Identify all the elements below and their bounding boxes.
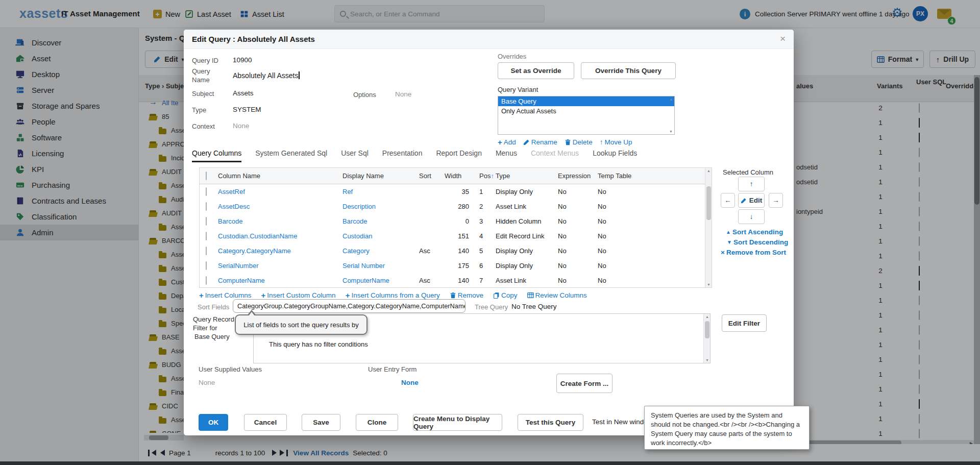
cell-display-name[interactable]: Category	[342, 247, 419, 255]
scroll-down-icon[interactable]: ▼	[668, 130, 674, 133]
row-checkbox[interactable]	[206, 261, 207, 270]
remove-from-sort-link[interactable]: ×Remove from Sort	[721, 249, 786, 256]
tab[interactable]: Query Columns	[192, 149, 241, 162]
cell-column-name[interactable]: Custodian.CustodianName	[218, 232, 342, 240]
cell-display-name[interactable]: Barcode	[342, 217, 419, 225]
rename-variant-link[interactable]: Rename	[523, 138, 557, 146]
column-row[interactable]: AssetRef Ref 35 1 Display Only No No	[200, 184, 712, 199]
row-checkbox[interactable]	[206, 187, 207, 196]
options-label: Options	[353, 91, 376, 99]
user-entry-form-value[interactable]: None	[401, 379, 419, 386]
cell-column-name[interactable]: Category.CategoryName	[218, 247, 342, 255]
tab[interactable]: System Generated Sql	[255, 149, 327, 162]
sort-fields-input[interactable]: CategoryGroup.CategoryGroupName,Category…	[233, 299, 465, 313]
review-columns-link[interactable]: Review Columns	[527, 291, 587, 299]
filter-scrollbar[interactable]: ▲ ▼	[703, 314, 710, 363]
move-up-variant-link[interactable]: ↑Move Up	[600, 138, 632, 146]
clone-button[interactable]: Clone	[356, 414, 398, 431]
variant-option[interactable]: Only Actual Assets	[498, 106, 674, 116]
pos-header[interactable]: Pos↑	[472, 172, 496, 180]
row-checkbox[interactable]	[206, 202, 207, 211]
insert-columns-link[interactable]: +Insert Columns	[199, 291, 252, 300]
create-menu-button[interactable]: Create Menu to Display Query	[413, 414, 502, 431]
cell-sort: Asc	[419, 247, 445, 255]
cell-display-name[interactable]: Serial Number	[342, 262, 419, 270]
column-row[interactable]: ComputerName ComputerName Asc 140 7 Asse…	[200, 273, 712, 288]
cancel-button[interactable]: Cancel	[244, 414, 287, 431]
cell-column-name[interactable]: AssetDesc	[218, 203, 342, 210]
cell-display-name[interactable]: Custodian	[342, 232, 419, 240]
row-checkbox[interactable]	[206, 247, 207, 255]
temp-table-header[interactable]: Temp Table	[598, 172, 712, 180]
user-supplied-values-label: User Supplied Values	[199, 365, 262, 373]
sort-ascending-link[interactable]: ▲Sort Ascending	[726, 228, 783, 236]
dialog-tabs: Query ColumnsSystem Generated SqlUser Sq…	[192, 149, 637, 162]
row-checkbox[interactable]	[206, 232, 207, 240]
override-this-query-button[interactable]: Override This Query	[581, 62, 676, 79]
select-all-checkbox[interactable]	[206, 172, 207, 180]
remove-column-link[interactable]: Remove	[450, 291, 483, 299]
column-row[interactable]: Custodian.CustodianName Custodian 151 4 …	[200, 229, 712, 243]
cell-display-name[interactable]: Description	[342, 203, 419, 210]
close-icon[interactable]: ×	[780, 33, 786, 44]
tab[interactable]: Lookup Fields	[593, 149, 637, 162]
column-name-header[interactable]: Column Name	[218, 172, 342, 180]
column-row[interactable]: Category.CategoryName Category Asc 140 5…	[200, 243, 712, 258]
scroll-up-icon[interactable]: ▲	[668, 97, 674, 101]
edit-column-button[interactable]: Edit	[738, 193, 765, 208]
insert-custom-column-link[interactable]: +Insert Custom Column	[261, 291, 336, 300]
save-button[interactable]: Save	[302, 414, 340, 431]
cell-column-name[interactable]: Barcode	[218, 217, 342, 225]
set-as-override-button[interactable]: Set as Override	[498, 62, 574, 79]
move-column-left-button[interactable]: ←	[721, 193, 735, 208]
sort-fields-tooltip: List of fields to sort the query results…	[235, 314, 368, 335]
ok-button[interactable]: OK	[199, 414, 228, 431]
query-variant-listbox[interactable]: Base QueryOnly Actual Assets ▲ ▼	[498, 96, 675, 135]
cell-pos: 3	[472, 217, 496, 225]
cell-column-name[interactable]: ComputerName	[218, 277, 342, 284]
cell-display-name[interactable]: ComputerName	[342, 277, 419, 284]
sort-header[interactable]: Sort	[419, 172, 445, 180]
add-variant-link[interactable]: +Add	[498, 138, 516, 146]
tree-query-value: No Tree Query	[511, 303, 557, 310]
table-scrollbar[interactable]: ▲ ▼	[705, 168, 712, 287]
filter-label-line2: Filter for	[193, 324, 217, 332]
move-column-right-button[interactable]: →	[769, 193, 783, 208]
cell-display-name[interactable]: Ref	[342, 188, 419, 195]
column-row[interactable]: SerialNumber Serial Number 175 6 Display…	[200, 258, 712, 273]
width-header[interactable]: Width	[445, 172, 472, 180]
cell-type: Display Only	[496, 262, 558, 270]
test-new-window-button[interactable]: Test in New windo	[592, 418, 648, 426]
tab[interactable]: Report Design	[436, 149, 482, 162]
sort-descending-link[interactable]: ▼Sort Descending	[727, 238, 788, 246]
create-form-button[interactable]: Create Form ...	[556, 374, 612, 393]
copy-icon	[493, 292, 500, 299]
cell-width: 0	[445, 217, 472, 225]
copy-column-link[interactable]: Copy	[493, 291, 518, 299]
insert-columns-from-query-link[interactable]: +Insert Columns from a Query	[346, 291, 440, 300]
subject-label: Subject	[192, 90, 214, 97]
tab[interactable]: User Sql	[341, 149, 369, 162]
triangle-up-icon: ▲	[726, 229, 731, 235]
tab[interactable]: Menus	[496, 149, 517, 162]
cell-expression: No	[558, 188, 598, 195]
row-checkbox[interactable]	[206, 276, 207, 285]
column-row[interactable]: AssetDesc Description 280 2 Asset Link N…	[200, 199, 712, 214]
type-header[interactable]: Type	[496, 172, 558, 180]
row-checkbox[interactable]	[206, 217, 207, 226]
query-name-field[interactable]: Absolutely All Assets	[233, 71, 300, 80]
edit-filter-button[interactable]: Edit Filter	[722, 314, 767, 332]
display-name-header[interactable]: Display Name	[342, 172, 419, 180]
move-column-down-button[interactable]: ↓	[738, 209, 765, 224]
test-query-button[interactable]: Test this Query	[518, 414, 583, 431]
variant-option[interactable]: Base Query	[498, 96, 674, 106]
cell-temp-table: No	[598, 247, 712, 255]
cell-column-name[interactable]: AssetRef	[218, 188, 342, 195]
tab[interactable]: Presentation	[382, 149, 423, 162]
column-row[interactable]: Barcode Barcode 0 3 Hidden Column No No	[200, 214, 712, 229]
expression-header[interactable]: Expression	[558, 172, 598, 180]
move-column-up-button[interactable]: ↑	[738, 177, 765, 191]
delete-variant-link[interactable]: Delete	[565, 138, 593, 146]
cell-column-name[interactable]: SerialNumber	[218, 262, 342, 270]
tab[interactable]: Context Menus	[531, 149, 579, 162]
